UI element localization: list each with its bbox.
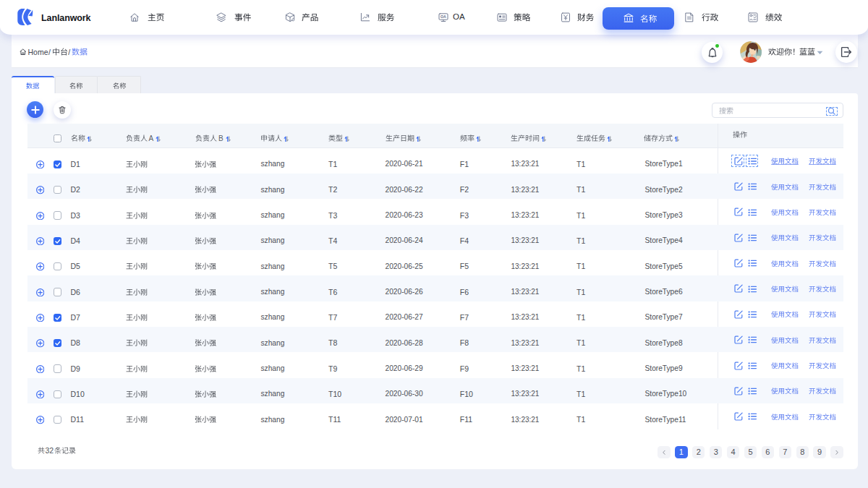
svg-text:OA: OA xyxy=(441,14,446,18)
